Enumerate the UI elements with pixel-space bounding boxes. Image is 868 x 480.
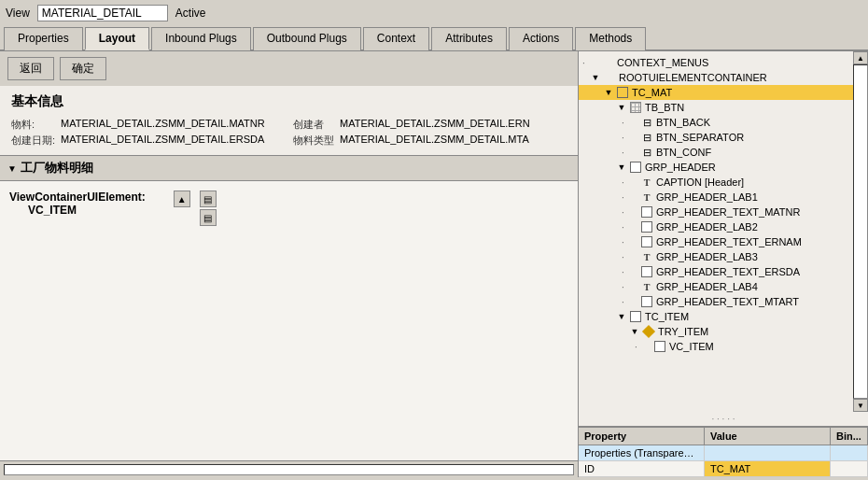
tree-label-grp_header_text_ersda: GRP_HEADER_TEXT_ERSDA	[656, 266, 800, 277]
tree-item-grp_header_lab1[interactable]: ·TGRP_HEADER_LAB1	[579, 190, 853, 205]
vc-btn-2[interactable]: ▤	[200, 209, 217, 226]
tree-icon-btn_back: ⊟	[640, 116, 653, 129]
tree-icon-grp_header_text_mtart	[640, 295, 653, 308]
tree-item-vc_item[interactable]: ·VC_ITEM	[579, 339, 853, 354]
tree-icon-grp_header_lab3: T	[640, 250, 653, 263]
right-panel: ·CONTEXT_MENUS▼ROOTUIELEMENTCONTAINER▼TC…	[579, 51, 868, 477]
vc-btn-1[interactable]: ▤	[200, 191, 217, 207]
tree-item-grp_header_lab2[interactable]: ·GRP_HEADER_LAB2	[579, 219, 853, 234]
confirm-button[interactable]: 确定	[60, 57, 106, 80]
info-label-type: 物料类型	[293, 134, 334, 148]
tree-bullet-grp_header_text_mtart: ·	[622, 297, 629, 307]
tree-item-btn_separator[interactable]: ·⊟BTN_SEPARATOR	[579, 130, 853, 145]
prop-cell-value-2: TC_MAT	[705, 461, 831, 476]
tree-bullet-vc_item: ·	[635, 342, 642, 352]
scroll-down-btn[interactable]: ▼	[853, 399, 868, 412]
tab-context[interactable]: Context	[363, 27, 429, 50]
tree-icon-tb_btn	[629, 101, 642, 114]
left-panel: 返回 确定 基本信息 物料: MATERIAL_DETAIL.ZSMM_DETA…	[0, 51, 579, 477]
tree-item-context_menus[interactable]: ·CONTEXT_MENUS	[579, 55, 853, 70]
tab-attributes[interactable]: Attributes	[431, 27, 507, 50]
tab-outbound_plugs[interactable]: Outbound Plugs	[253, 27, 361, 50]
prop-cell-value-1	[705, 445, 831, 460]
tree-label-grp_header_lab4: GRP_HEADER_LAB4	[656, 281, 758, 292]
tree-label-grp_header: GRP_HEADER	[645, 162, 716, 173]
info-label-creator: 创建者	[293, 118, 334, 132]
property-row-1: Properties (TransparentContainer)	[579, 445, 868, 461]
tree-label-btn_back: BTN_BACK	[656, 117, 710, 128]
tree-toggle-tc_mat[interactable]: ▼	[603, 87, 614, 98]
collapse-arrow-icon[interactable]: ▼	[7, 163, 17, 174]
tree-item-grp_header_lab4[interactable]: ·TGRP_HEADER_LAB4	[579, 279, 853, 294]
tab-inbound_plugs[interactable]: Inbound Plugs	[151, 27, 251, 50]
tree-bullet-grp_header_lab1: ·	[622, 192, 629, 203]
status-label: Active	[175, 7, 206, 20]
tree-icon-btn_conf: ⊟	[640, 146, 653, 159]
tree-item-grp_header_text_ersda[interactable]: ·GRP_HEADER_TEXT_ERSDA	[579, 264, 853, 279]
tree-area: ·CONTEXT_MENUS▼ROOTUIELEMENTCONTAINER▼TC…	[579, 51, 853, 412]
tree-item-btn_conf[interactable]: ·⊟BTN_CONF	[579, 145, 853, 160]
horizontal-scrollbar[interactable]	[0, 460, 578, 477]
property-table: Property Value Bin... Properties (Transp…	[579, 426, 868, 477]
tree-item-grp_header_text_matnr[interactable]: ·GRP_HEADER_TEXT_MATNR	[579, 205, 853, 219]
right-scrollbar[interactable]: ▲ ▼	[853, 51, 868, 412]
tree-bullet-btn_separator: ·	[622, 133, 629, 143]
prop-cell-name-1: Properties (TransparentContainer)	[579, 445, 705, 460]
tree-item-grp_header_lab3[interactable]: ·TGRP_HEADER_LAB3	[579, 249, 853, 264]
tree-item-caption[interactable]: ·TCAPTION [Header]	[579, 175, 853, 190]
tree-label-try_item: TRY_ITEM	[658, 326, 708, 337]
tree-item-rootuielement[interactable]: ▼ROOTUIELEMENTCONTAINER	[579, 70, 853, 85]
tree-toggle-grp_header[interactable]: ▼	[616, 162, 627, 173]
tree-icon-context_menus	[601, 56, 614, 69]
tree-label-tc_mat: TC_MAT	[632, 87, 672, 98]
vc-element-label: ViewContainerUIElement: VC_ITEM	[9, 191, 146, 217]
scroll-track-right[interactable]	[853, 64, 868, 399]
tree-bullet-grp_header_text_matnr: ·	[622, 207, 629, 218]
tree-icon-tc_item	[629, 310, 642, 323]
tree-item-try_item[interactable]: ▼TRY_ITEM	[579, 324, 853, 339]
col-property: Property	[579, 428, 705, 445]
tabs-row: PropertiesLayoutInbound PlugsOutbound Pl…	[0, 26, 868, 51]
tree-item-grp_header[interactable]: ▼GRP_HEADER	[579, 160, 853, 175]
tree-item-tc_mat[interactable]: ▼TC_MAT	[579, 85, 853, 100]
scroll-track[interactable]	[4, 464, 574, 475]
tree-toggle-try_item[interactable]: ▼	[629, 326, 640, 337]
tab-layout[interactable]: Layout	[85, 27, 149, 50]
tree-icon-grp_header_lab2	[640, 220, 653, 233]
tree-item-tc_item[interactable]: ▼TC_ITEM	[579, 309, 853, 324]
basic-info-title: 基本信息	[0, 86, 578, 114]
tree-toggle-tb_btn[interactable]: ▼	[616, 102, 627, 113]
tree-icon-tc_mat	[616, 86, 629, 99]
tree-bullet-grp_header_text_ersda: ·	[622, 267, 629, 277]
tree-icon-grp_header_text_matnr	[640, 205, 653, 219]
tree-label-grp_header_text_matnr: GRP_HEADER_TEXT_MATNR	[656, 206, 800, 218]
action-bar: 返回 确定	[0, 51, 578, 86]
tree-label-rootuielement: ROOTUIELEMENTCONTAINER	[619, 72, 767, 83]
tab-actions[interactable]: Actions	[509, 27, 573, 50]
tree-bullet-btn_conf: ·	[622, 148, 629, 158]
main-content: 返回 确定 基本信息 物料: MATERIAL_DETAIL.ZSMM_DETA…	[0, 51, 868, 477]
col-bin: Bin...	[831, 428, 868, 445]
tree-item-tb_btn[interactable]: ▼TB_BTN	[579, 100, 853, 115]
tree-item-grp_header_text_mtart[interactable]: ·GRP_HEADER_TEXT_MTART	[579, 294, 853, 309]
scroll-up-btn[interactable]: ▲	[853, 51, 868, 64]
tree-icon-grp_header	[629, 161, 642, 174]
tree-label-grp_header_text_mtart: GRP_HEADER_TEXT_MTART	[656, 296, 799, 307]
tree-label-vc_item: VC_ITEM	[669, 341, 714, 352]
tree-toggle-rootuielement[interactable]: ▼	[590, 72, 601, 83]
back-button[interactable]: 返回	[7, 57, 54, 80]
tab-methods[interactable]: Methods	[575, 27, 646, 50]
info-value-type: MATERIAL_DETAIL.ZSMM_DETAIL.MTA	[340, 134, 567, 148]
col-value: Value	[705, 428, 831, 445]
view-label: View	[6, 7, 30, 20]
tree-toggle-tc_item[interactable]: ▼	[616, 311, 627, 322]
info-label-wuliao: 物料:	[11, 118, 55, 132]
view-name-input[interactable]	[37, 5, 168, 21]
tree-icon-try_item	[642, 325, 655, 338]
content-area: ViewContainerUIElement: VC_ITEM ▲ ▤ ▤	[0, 181, 578, 460]
tab-properties[interactable]: Properties	[4, 27, 83, 50]
tree-item-btn_back[interactable]: ·⊟BTN_BACK	[579, 115, 853, 130]
vc-btn-up[interactable]: ▲	[174, 191, 190, 207]
prop-cell-name-2: ID	[579, 461, 705, 476]
tree-item-grp_header_text_ernam[interactable]: ·GRP_HEADER_TEXT_ERNAM	[579, 234, 853, 249]
